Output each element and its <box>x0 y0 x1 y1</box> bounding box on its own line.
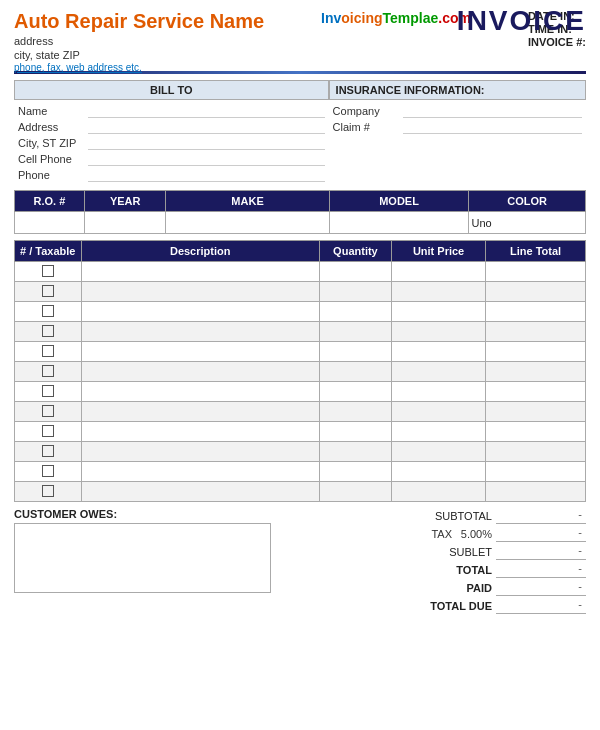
taxable-checkbox[interactable] <box>42 305 54 317</box>
item-desc-cell[interactable] <box>81 382 319 402</box>
bill-to-cell-value[interactable] <box>88 152 325 166</box>
item-total-cell[interactable] <box>486 302 586 322</box>
total-due-value: - <box>496 598 586 614</box>
taxable-checkbox[interactable] <box>42 385 54 397</box>
invoice-num-row: INVOICE #: <box>528 36 586 48</box>
bill-to-address-row: Address <box>18 120 325 134</box>
item-unit-cell[interactable] <box>391 422 485 442</box>
subtotal-label: SUBTOTAL <box>416 510 496 522</box>
insurance-claim-value[interactable] <box>403 120 582 134</box>
item-qty-cell[interactable] <box>319 282 391 302</box>
item-qty-cell[interactable] <box>319 402 391 422</box>
item-unit-cell[interactable] <box>391 442 485 462</box>
item-total-cell[interactable] <box>486 402 586 422</box>
item-qty-cell[interactable] <box>319 482 391 502</box>
item-desc-cell[interactable] <box>81 282 319 302</box>
item-num-cell <box>15 462 82 482</box>
vehicle-year-value[interactable] <box>84 212 166 234</box>
taxable-checkbox[interactable] <box>42 265 54 277</box>
item-unit-cell[interactable] <box>391 362 485 382</box>
item-desc-cell[interactable] <box>81 362 319 382</box>
taxable-checkbox[interactable] <box>42 325 54 337</box>
item-total-cell[interactable] <box>486 462 586 482</box>
taxable-checkbox[interactable] <box>42 345 54 357</box>
item-qty-cell[interactable] <box>319 382 391 402</box>
item-desc-cell[interactable] <box>81 402 319 422</box>
item-desc-cell[interactable] <box>81 262 319 282</box>
item-num-cell <box>15 302 82 322</box>
insurance-header: INSURANCE INFORMATION: <box>329 80 586 100</box>
item-desc-cell[interactable] <box>81 342 319 362</box>
item-desc-cell[interactable] <box>81 422 319 442</box>
item-total-cell[interactable] <box>486 382 586 402</box>
item-total-cell[interactable] <box>486 322 586 342</box>
item-unit-cell[interactable] <box>391 342 485 362</box>
logo-inv: Inv <box>321 10 341 26</box>
company-info: Auto Repair Service Name address city, s… <box>14 10 264 73</box>
vehicle-col-make: MAKE <box>166 191 329 212</box>
item-total-cell[interactable] <box>486 422 586 442</box>
item-qty-cell[interactable] <box>319 302 391 322</box>
item-total-cell[interactable] <box>486 362 586 382</box>
item-qty-cell[interactable] <box>319 262 391 282</box>
vehicle-color-value[interactable]: Uno <box>469 212 586 234</box>
taxable-checkbox[interactable] <box>42 425 54 437</box>
item-desc-cell[interactable] <box>81 302 319 322</box>
customer-owes-value[interactable] <box>14 523 271 593</box>
taxable-checkbox[interactable] <box>42 405 54 417</box>
item-desc-cell[interactable] <box>81 322 319 342</box>
bill-to-address-value[interactable] <box>88 120 325 134</box>
item-desc-cell[interactable] <box>81 482 319 502</box>
item-unit-cell[interactable] <box>391 482 485 502</box>
vehicle-model-value[interactable] <box>329 212 469 234</box>
taxable-checkbox[interactable] <box>42 445 54 457</box>
bill-to-city-row: City, ST ZIP <box>18 136 325 150</box>
vehicle-col-model: MODEL <box>329 191 469 212</box>
insurance-box: INSURANCE INFORMATION: Company Claim # <box>329 80 586 186</box>
item-total-cell[interactable] <box>486 342 586 362</box>
total-due-row: TOTAL DUE - <box>311 598 586 614</box>
item-desc-cell[interactable] <box>81 462 319 482</box>
item-qty-cell[interactable] <box>319 422 391 442</box>
item-unit-cell[interactable] <box>391 322 485 342</box>
item-total-cell[interactable] <box>486 482 586 502</box>
taxable-checkbox[interactable] <box>42 465 54 477</box>
item-unit-cell[interactable] <box>391 402 485 422</box>
item-unit-cell[interactable] <box>391 282 485 302</box>
item-qty-cell[interactable] <box>319 322 391 342</box>
bill-to-box: BILL TO Name Address City, ST ZIP Cell P… <box>14 80 329 186</box>
address1: address <box>14 35 264 47</box>
item-num-cell <box>15 362 82 382</box>
item-qty-cell[interactable] <box>319 362 391 382</box>
item-num-cell <box>15 322 82 342</box>
item-total-cell[interactable] <box>486 282 586 302</box>
taxable-checkbox[interactable] <box>42 485 54 497</box>
item-total-cell[interactable] <box>486 442 586 462</box>
taxable-checkbox[interactable] <box>42 365 54 377</box>
item-desc-cell[interactable] <box>81 442 319 462</box>
vehicle-make-value[interactable] <box>166 212 329 234</box>
tax-value: - <box>496 526 586 542</box>
contact-link[interactable]: phone, fax, web address etc. <box>14 62 264 73</box>
bill-to-city-value[interactable] <box>88 136 325 150</box>
vehicle-col-color: COLOR <box>469 191 586 212</box>
item-qty-cell[interactable] <box>319 342 391 362</box>
invoice-title-text: INVOICE <box>457 5 586 37</box>
item-qty-cell[interactable] <box>319 442 391 462</box>
total-due-label: TOTAL DUE <box>416 600 496 612</box>
item-unit-cell[interactable] <box>391 462 485 482</box>
bill-to-name-value[interactable] <box>88 104 325 118</box>
item-num-cell <box>15 482 82 502</box>
logo-oicing: oicing <box>341 10 382 26</box>
item-total-cell[interactable] <box>486 262 586 282</box>
item-unit-cell[interactable] <box>391 382 485 402</box>
taxable-checkbox[interactable] <box>42 285 54 297</box>
item-unit-cell[interactable] <box>391 302 485 322</box>
insurance-company-value[interactable] <box>403 104 582 118</box>
vehicle-ro-value[interactable] <box>15 212 85 234</box>
bill-to-phone-value[interactable] <box>88 168 325 182</box>
subtotal-value: - <box>496 508 586 524</box>
item-unit-cell[interactable] <box>391 262 485 282</box>
totals-box: SUBTOTAL - TAX 5.00% - SUBLET - TOTAL - … <box>311 508 586 616</box>
item-qty-cell[interactable] <box>319 462 391 482</box>
